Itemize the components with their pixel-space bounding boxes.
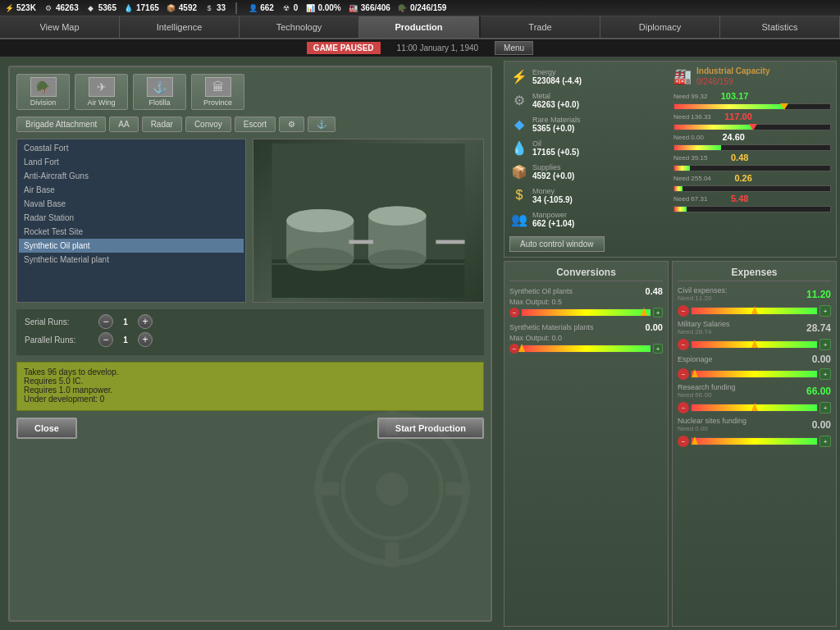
- ic-title: Industrial Capacity: [696, 66, 769, 75]
- unit-tab-division[interactable]: 🪖 Division: [16, 74, 70, 110]
- synth-mat-bar: [521, 345, 651, 353]
- tab-technology[interactable]: Technology: [240, 16, 359, 38]
- exp-research-bar-row: − +: [678, 402, 831, 413]
- oil-tanks-svg: [259, 144, 477, 298]
- upgrades-value: 0.26: [711, 173, 752, 183]
- serial-decrease-button[interactable]: −: [98, 314, 113, 329]
- sub-tab-aa[interactable]: AA: [109, 116, 138, 132]
- research-increase-btn[interactable]: +: [819, 402, 831, 413]
- tab-intelligence[interactable]: Intelligence: [120, 16, 240, 38]
- sub-tab-escort[interactable]: Escort: [235, 116, 276, 132]
- svg-rect-6: [445, 482, 470, 495]
- military-decrease-btn[interactable]: −: [678, 339, 689, 350]
- sub-tab-extra2[interactable]: ⚓: [308, 116, 336, 132]
- synth-mat-increase-btn[interactable]: +: [653, 344, 663, 354]
- dissent-icon: 📊: [304, 2, 316, 14]
- parallel-runs-row: Parallel Runs: − 1 +: [25, 332, 476, 347]
- espionage-decrease-btn[interactable]: −: [678, 368, 689, 380]
- synth-oil-decrease-btn[interactable]: −: [509, 308, 519, 317]
- res-oil: 💧 Oil 17165 (+0.5): [509, 138, 667, 158]
- exp-research-info: Research funding Need 66.00: [678, 383, 794, 399]
- runs-area: Serial Runs: − 1 + Parallel Runs: − 1 +: [16, 309, 484, 355]
- stat-upgrades: Need 255.04 0.26: [673, 173, 831, 183]
- prod-item-naval-base[interactable]: Naval Base: [19, 197, 244, 211]
- nuclear-increase-btn[interactable]: +: [819, 436, 831, 447]
- prod-item-rocket-test[interactable]: Rocket Test Site: [19, 225, 244, 239]
- auto-control-button[interactable]: Auto control window: [509, 236, 605, 252]
- sub-tab-radar[interactable]: Radar: [142, 116, 182, 132]
- sub-tab-convoy[interactable]: Convoy: [185, 116, 231, 132]
- metal-res-info: Metal 46263 (+0.0): [532, 92, 667, 109]
- money-res-icon: $: [509, 185, 529, 205]
- exp-civil-need: Need 11.20: [678, 294, 794, 302]
- start-production-button[interactable]: Start Production: [377, 418, 484, 439]
- menu-button[interactable]: Menu: [495, 41, 533, 55]
- conv-synth-mat-max: Max Output: 0.0: [509, 334, 663, 342]
- prod-item-radar-station[interactable]: Radar Station: [19, 211, 244, 225]
- air-wing-label: Air Wing: [87, 98, 115, 107]
- svg-point-17: [368, 206, 427, 226]
- svg-rect-19: [436, 240, 464, 244]
- prod-item-land-fort[interactable]: Land Fort: [19, 155, 244, 169]
- exp-military-need: Need 28.74: [678, 328, 794, 336]
- conv-synth-oil-controls: − +: [509, 308, 663, 317]
- nuclear-decrease-btn[interactable]: −: [678, 436, 689, 447]
- civil-decrease-btn[interactable]: −: [678, 305, 689, 317]
- unit-tab-flotilla[interactable]: ⚓ Flotilla: [133, 74, 186, 110]
- parallel-decrease-button[interactable]: −: [98, 332, 113, 347]
- prod-item-coastal-fort[interactable]: Coastal Fort: [19, 141, 244, 155]
- sub-tab-extra1[interactable]: ⚙: [279, 116, 304, 132]
- oil-res-name: Oil: [532, 139, 667, 148]
- unit-tab-province[interactable]: 🏛 Province: [191, 74, 244, 110]
- espionage-increase-btn[interactable]: +: [819, 368, 831, 380]
- parallel-runs-value: 1: [113, 336, 138, 345]
- exp-military-name: Military Salaries: [678, 320, 794, 328]
- rare-res-name: Rare Materials: [532, 116, 667, 124]
- svg-rect-5: [314, 482, 339, 495]
- synth-oil-increase-btn[interactable]: +: [653, 308, 663, 317]
- stat-repair: Need 67.31 5.48: [673, 194, 831, 203]
- left-panel: 🪖 Division ✈ Air Wing ⚓ Flotilla 🏛 Provi…: [0, 57, 500, 630]
- exp-military: Military Salaries Need 28.74 28.74: [678, 320, 831, 336]
- tab-production[interactable]: Production: [359, 16, 479, 38]
- money-value: 33: [217, 3, 226, 12]
- prod-item-air-base[interactable]: Air Base: [19, 183, 244, 197]
- energy-icon: ⚡: [3, 2, 15, 14]
- resource-ic-top: 🏭 366/406: [348, 2, 390, 14]
- tab-view-map[interactable]: View Map: [0, 16, 120, 38]
- consumer-goods-bar: [673, 103, 831, 110]
- oil-res-value: 17165 (+0.5): [532, 148, 667, 157]
- serial-increase-button[interactable]: +: [138, 314, 153, 329]
- preview-image: [253, 139, 483, 302]
- close-button[interactable]: Close: [16, 418, 77, 439]
- metal-res-icon: ⚙: [509, 90, 529, 110]
- svg-point-1: [343, 440, 441, 538]
- conv-synth-mat-value: 0.00: [646, 322, 663, 332]
- tab-statistics[interactable]: Statistics: [720, 16, 840, 38]
- serial-runs-value: 1: [113, 317, 138, 326]
- unit-tab-air-wing[interactable]: ✈ Air Wing: [75, 74, 128, 110]
- production-list[interactable]: Coastal Fort Land Fort Anti-Aircraft Gun…: [16, 139, 246, 303]
- prod-item-aa-guns[interactable]: Anti-Aircraft Guns: [19, 169, 244, 183]
- exp-military-info: Military Salaries Need 28.74: [678, 320, 794, 336]
- prod-item-synth-mat[interactable]: Synthetic Material plant: [19, 253, 244, 267]
- sub-tab-brigade[interactable]: Brigade Attachment: [16, 116, 106, 132]
- conv-synth-oil-max: Max Output: 0.5: [509, 298, 663, 306]
- supplies-res-info: Supplies 4592 (+0.0): [532, 163, 667, 180]
- metal-icon: ⚙: [43, 2, 54, 14]
- supplies-res-icon: 📦: [509, 162, 529, 181]
- info-line2: Requires 5.0 IC.: [24, 377, 477, 386]
- exp-civil-info: Civil expenses: Need 11.20: [678, 286, 794, 302]
- ic-info: Industrial Capacity 0/246/159: [696, 66, 769, 86]
- civil-increase-btn[interactable]: +: [819, 305, 831, 317]
- research-decrease-btn[interactable]: −: [678, 402, 689, 413]
- exp-espionage-info: Espionage: [678, 355, 794, 363]
- tab-trade[interactable]: Trade: [481, 16, 600, 38]
- tab-diplomacy[interactable]: Diplomacy: [600, 16, 720, 38]
- res-money: $ Money 34 (-105.9): [509, 185, 667, 205]
- money-res-info: Money 34 (-105.9): [532, 187, 667, 204]
- military-increase-btn[interactable]: +: [819, 339, 831, 350]
- resource-oil: 💧 17165: [123, 2, 159, 14]
- parallel-increase-button[interactable]: +: [138, 332, 153, 347]
- prod-item-synth-oil[interactable]: Synthetic Oil plant: [19, 239, 244, 253]
